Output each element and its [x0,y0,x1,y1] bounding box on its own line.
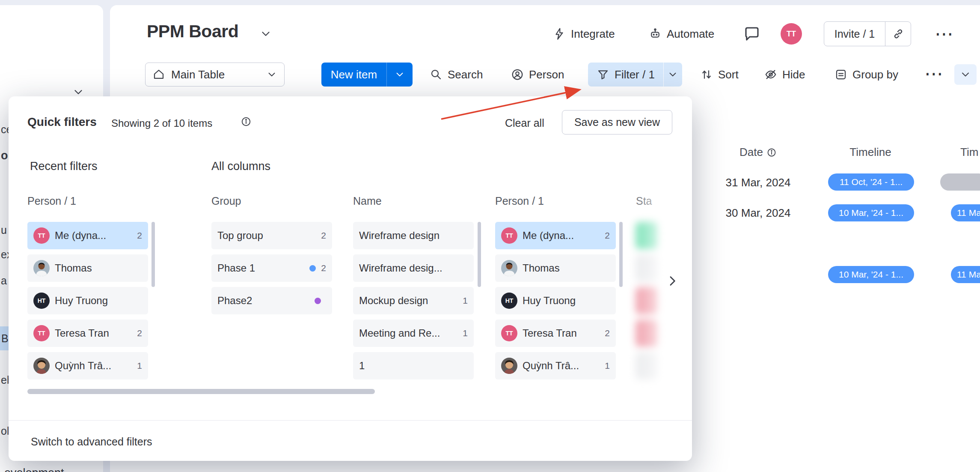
sidebar-item-fragment[interactable]: ol [1,425,9,437]
filter-dropdown-button[interactable] [663,63,682,87]
empty-timeline-pill[interactable] [940,173,980,191]
filter-option-label: Thomas [523,262,605,274]
group-by-icon [834,68,847,81]
group-by-button[interactable]: Group by [829,63,904,87]
quick-filters-title: Quick filters [27,115,97,129]
search-button[interactable]: Search [424,63,489,87]
quick-filters-panel: Quick filters Showing 2 of 10 items Clea… [9,96,692,461]
filter-option-huy[interactable]: HT Huy Truong [495,287,616,314]
avatar-photo [33,260,50,276]
date-header-label: Date [739,146,763,159]
column-scrollbar[interactable] [151,222,155,287]
timeline-header-label: Timeline [849,146,891,159]
timeline-pill-partial[interactable]: 11 Ma [951,266,980,283]
new-item-dropdown-button[interactable] [386,63,413,87]
filter-button-group: Filter / 1 [588,63,682,87]
info-icon[interactable] [241,116,252,127]
filter-option-thomas[interactable]: Thomas [27,254,148,282]
column-header-timeline[interactable]: Timeline [811,137,930,167]
filter-option-label: 1 [359,360,463,372]
recent-column-header: Person / 1 [27,195,76,207]
toolbar-collapse-button[interactable] [954,64,977,85]
filter-option-count: 2 [321,263,326,273]
column-header-date[interactable]: Date [706,137,811,167]
view-selector-label: Main Table [171,68,225,81]
date-cell[interactable]: 31 Mar, 2024 [706,167,811,197]
filter-option-name[interactable]: Mockup design 1 [353,287,474,314]
filter-option-huy[interactable]: HT Huy Truong [27,287,148,314]
chevron-down-icon [266,69,277,80]
group-by-label: Group by [852,68,898,81]
invite-button[interactable]: Invite / 1 [824,22,885,46]
user-avatar[interactable]: TT [781,23,802,45]
filter-option-count: 2 [605,230,610,241]
integrate-button[interactable]: Integrate [553,24,615,44]
filter-option-name[interactable]: Meeting and Re... 1 [353,320,474,347]
filter-option-quynh[interactable]: Quỳnh Trâ... 1 [27,352,148,379]
filter-label: Filter / 1 [615,68,655,81]
sidebar-item-development[interactable]: evelopment [4,466,64,472]
filter-option-top-group[interactable]: Top group 2 [211,222,332,249]
chat-bubble-icon[interactable] [743,25,761,43]
timeline-pill-partial[interactable]: 11 Ma [951,204,980,221]
timeline-pill[interactable]: 11 Oct, '24 - 1... [828,173,914,191]
filter-option-me[interactable]: TT Me (dyna... 2 [495,222,616,249]
filter-button[interactable]: Filter / 1 [588,63,663,87]
header-more-menu[interactable]: ⋯ [935,22,953,45]
filter-option-thomas[interactable]: Thomas [495,254,616,282]
board-title-chevron-icon[interactable] [259,27,272,40]
link-icon [892,27,905,40]
person-label: Person [529,68,564,81]
automate-label: Automate [667,27,714,41]
timeline-pill[interactable]: 10 Mar, '24 - 1... [828,266,914,283]
filter-option-label: Huy Truong [523,295,605,307]
hide-button[interactable]: Hide [758,63,811,87]
column-scrollbar[interactable] [478,222,481,287]
integrate-icon [553,27,566,40]
filter-option-teresa[interactable]: TT Teresa Tran 2 [27,320,148,347]
filter-option-count: 1 [463,328,468,338]
timeline-pill[interactable]: 10 Mar, '24 - 1... [828,204,914,221]
filter-option-label: Teresa Tran [523,327,600,339]
sidebar-item-fragment[interactable]: u [1,224,7,236]
avatar-photo [501,358,517,374]
copy-link-button[interactable] [885,22,911,46]
avatar-initials: HT [501,293,517,309]
horizontal-scrollbar-thumb[interactable] [27,389,375,394]
info-icon[interactable] [766,147,777,158]
person-filter-button[interactable]: Person [505,63,570,87]
view-selector[interactable]: Main Table [145,63,285,87]
filter-option-name[interactable]: Wireframe design [353,222,474,249]
filter-option-me[interactable]: TT Me (dyna... 2 [27,222,148,249]
person-column: TT Me (dyna... 2 Thomas HT Huy Truong TT… [495,222,616,379]
sidebar-item-fragment[interactable]: a [1,275,7,287]
integrate-label: Integrate [571,27,615,41]
recent-filters-heading: Recent filters [30,160,98,173]
filter-option-label: Huy Truong [55,295,137,307]
save-as-new-view-button[interactable]: Save as new view [562,110,672,134]
filter-option-teresa[interactable]: TT Teresa Tran 2 [495,320,616,347]
switch-to-advanced-filters-link[interactable]: Switch to advanced filters [31,436,152,448]
avatar-initials: TT [33,325,50,341]
filter-option-phase2[interactable]: Phase2 [211,287,332,314]
column-scrollbar[interactable] [619,222,623,287]
new-item-button[interactable]: New item [321,63,386,87]
filter-option-label: Phase 1 [217,262,304,274]
sort-button[interactable]: Sort [694,63,745,87]
filter-option-label: Top group [217,230,316,242]
filter-option-phase1[interactable]: Phase 1 2 [211,254,332,282]
filter-option-label: Wireframe design [359,230,463,242]
filter-option-quynh[interactable]: Quỳnh Trâ... 1 [495,352,616,379]
filter-option-name[interactable]: Wireframe desig... [353,254,474,282]
automate-robot-icon [649,27,662,40]
group-color-dot [315,298,321,304]
chevron-down-icon [394,69,405,80]
filter-option-name[interactable]: 1 [353,352,474,379]
automate-button[interactable]: Automate [649,24,714,44]
sort-arrows-icon [700,68,713,81]
scroll-right-chevron-button[interactable] [662,271,682,291]
date-cell[interactable]: 30 Mar, 2024 [706,198,811,228]
toolbar-more-menu[interactable]: ⋯ [924,62,943,86]
clear-all-button[interactable]: Clear all [505,117,544,129]
column-header-time[interactable]: Tim [960,137,980,167]
